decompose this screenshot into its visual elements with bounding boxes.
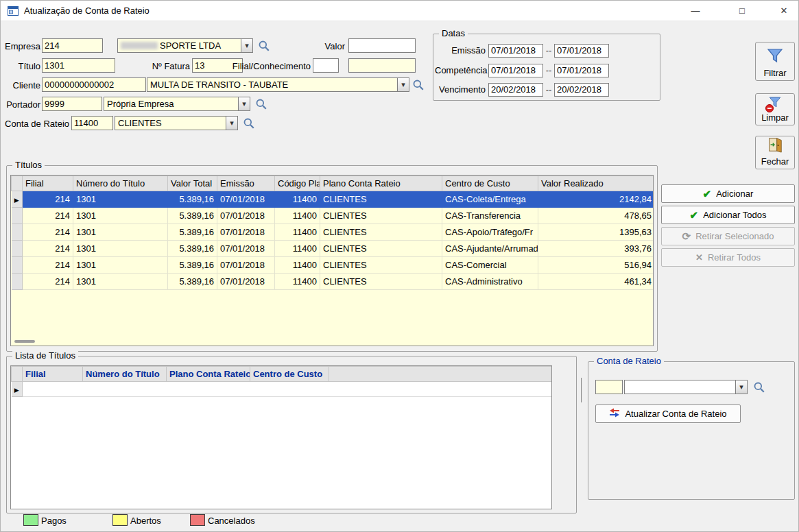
cell-filial[interactable] <box>23 382 83 397</box>
limpar-button[interactable]: Limpar <box>755 93 795 125</box>
conta-rateio-panel-combobox[interactable] <box>624 380 748 394</box>
cell-valor-total[interactable]: 5.389,16 <box>168 241 217 257</box>
cell-numero[interactable]: 1301 <box>73 208 168 224</box>
competencia-from-input[interactable] <box>488 64 543 77</box>
cell-valor-total[interactable]: 5.389,16 <box>168 208 217 224</box>
filial-conhecimento-input-1[interactable] <box>313 58 339 73</box>
emissao-to-input[interactable] <box>554 44 609 58</box>
col-numero-titulo[interactable]: Número do Título <box>73 176 168 191</box>
col-emissao[interactable]: Emissão <box>217 176 275 191</box>
table-row[interactable]: 214 1301 5.389,16 07/01/2018 11400 CLIEN… <box>12 241 654 257</box>
fechar-button[interactable]: Fechar <box>755 136 795 169</box>
cell-codigo-plano[interactable]: 11400 <box>275 274 320 290</box>
conta-rateio-panel-search-icon[interactable] <box>753 381 765 394</box>
empresa-combobox[interactable]: SPORTE LTDA <box>117 38 253 53</box>
cell-emissao[interactable]: 07/01/2018 <box>217 208 275 224</box>
adicionar-button[interactable]: Adicionar <box>661 184 795 203</box>
cell-plano[interactable]: CLIENTES <box>320 257 442 274</box>
conta-rateio-combobox[interactable]: CLIENTES <box>115 116 238 130</box>
lista-titulos-grid[interactable]: Filial Número do Título Plano Conta Rate… <box>10 365 552 509</box>
cell-codigo-plano[interactable]: 11400 <box>275 241 320 257</box>
cliente-combobox[interactable]: MULTA DE TRANSITO - TAUBATE <box>147 77 409 92</box>
cell-filial[interactable]: 214 <box>23 274 73 290</box>
horizontal-scrollbar-thumb[interactable] <box>14 340 35 343</box>
cell-plano[interactable]: CLIENTES <box>320 208 442 224</box>
titulos-grid[interactable]: Filial Número do Título Valor Total Emis… <box>10 175 654 346</box>
cell-numero[interactable]: 1301 <box>73 257 168 274</box>
cell-valor-total[interactable]: 5.389,16 <box>168 191 217 208</box>
cell-centro[interactable]: CAS-Comercial <box>442 257 538 274</box>
vencimento-to-input[interactable] <box>554 83 609 97</box>
col-plano-conta-rateio[interactable]: Plano Conta Rateio <box>320 176 442 191</box>
table-row[interactable]: 214 1301 5.389,16 07/01/2018 11400 CLIEN… <box>12 191 654 208</box>
portador-code-input[interactable] <box>42 97 102 111</box>
cell-plano[interactable]: CLIENTES <box>320 241 442 257</box>
empresa-search-icon[interactable] <box>258 40 270 52</box>
cell-plano[interactable]: CLIENTES <box>320 224 442 241</box>
col-centro-custo[interactable]: Centro de Custo <box>442 176 538 191</box>
cell-centro[interactable]: CAS-Administrativo <box>442 274 538 290</box>
retirar-selecionado-button[interactable]: Retirar Selecionado <box>661 227 795 245</box>
col-valor-realizado[interactable]: Valor Realizado <box>538 176 654 191</box>
col-plano-conta-rateio[interactable]: Plano Conta Rateio <box>167 367 250 382</box>
cell-codigo-plano[interactable]: 11400 <box>275 191 320 208</box>
col-centro-custo[interactable]: Centro de Custo <box>250 367 329 382</box>
cell-filial[interactable]: 214 <box>23 208 73 224</box>
portador-search-icon[interactable] <box>255 98 267 110</box>
cell-centro[interactable]: CAS-Apoio/Tráfego/Fr <box>442 224 538 241</box>
cliente-search-icon[interactable] <box>412 79 425 91</box>
col-filial[interactable]: Filial <box>23 367 83 382</box>
col-valor-total[interactable]: Valor Total <box>168 176 217 191</box>
conta-rateio-search-icon[interactable] <box>243 117 255 130</box>
cell-filial[interactable]: 214 <box>23 191 73 208</box>
cell-filial[interactable]: 214 <box>23 224 73 241</box>
maximize-button[interactable]: □ <box>726 1 758 21</box>
dropdown-arrow-icon[interactable] <box>241 38 253 53</box>
cell-codigo-plano[interactable]: 11400 <box>275 208 320 224</box>
cell-emissao[interactable]: 07/01/2018 <box>217 241 275 257</box>
cell-centro[interactable]: CAS-Coleta/Entrega <box>442 191 538 208</box>
cell-emissao[interactable]: 07/01/2018 <box>217 274 275 290</box>
valor-input[interactable] <box>348 38 416 53</box>
cell-plano[interactable]: CLIENTES <box>320 274 442 290</box>
atualizar-conta-rateio-button[interactable]: Atualizar Conta de Rateio <box>595 404 741 423</box>
col-numero-titulo[interactable]: Número do Título <box>83 367 167 382</box>
col-codigo-plano[interactable]: Código Plano <box>275 176 320 191</box>
cell-filial[interactable]: 214 <box>23 241 73 257</box>
empresa-code-input[interactable] <box>42 38 103 53</box>
cell-centro[interactable]: CAS-Ajudante/Arrumad <box>442 241 538 257</box>
filtrar-button[interactable]: Filtrar <box>755 42 795 81</box>
retirar-todos-button[interactable]: Retirar Todos <box>661 248 795 267</box>
cell-realizado[interactable]: 516,94 <box>538 257 654 274</box>
cell-plano[interactable]: CLIENTES <box>320 191 442 208</box>
cell-realizado[interactable]: 478,65 <box>538 208 654 224</box>
dropdown-arrow-icon[interactable] <box>238 97 250 111</box>
dropdown-arrow-icon[interactable] <box>735 380 748 394</box>
cell-emissao[interactable]: 07/01/2018 <box>217 224 275 241</box>
cell-valor-total[interactable]: 5.389,16 <box>168 257 217 274</box>
dropdown-arrow-icon[interactable] <box>397 77 409 92</box>
cell-centro[interactable]: CAS-Transferencia <box>442 208 538 224</box>
cell-realizado[interactable]: 393,76 <box>538 241 654 257</box>
cell-valor-total[interactable]: 5.389,16 <box>168 224 217 241</box>
conta-rateio-code-input[interactable] <box>71 116 113 130</box>
close-button[interactable]: ✕ <box>768 1 799 21</box>
cell-numero[interactable]: 1301 <box>73 241 168 257</box>
splitter-handle[interactable] <box>581 378 582 402</box>
cell-realizado[interactable]: 2142,84 <box>538 191 654 208</box>
titulo-input[interactable] <box>42 58 115 73</box>
cell-plano[interactable] <box>167 382 250 397</box>
cell-filial[interactable]: 214 <box>23 257 73 274</box>
competencia-to-input[interactable] <box>554 64 609 77</box>
table-row[interactable]: 214 1301 5.389,16 07/01/2018 11400 CLIEN… <box>12 274 654 290</box>
dropdown-arrow-icon[interactable] <box>226 116 238 130</box>
empty-table-row[interactable] <box>12 382 553 397</box>
cell-realizado[interactable]: 461,34 <box>538 274 654 290</box>
cell-realizado[interactable]: 1395,63 <box>538 224 654 241</box>
vencimento-from-input[interactable] <box>488 83 543 97</box>
cell-codigo-plano[interactable]: 11400 <box>275 257 320 274</box>
cell-empty[interactable] <box>329 382 553 397</box>
cell-valor-total[interactable]: 5.389,16 <box>168 274 217 290</box>
conta-rateio-panel-code-input[interactable] <box>595 380 623 394</box>
cell-numero[interactable] <box>83 382 167 397</box>
